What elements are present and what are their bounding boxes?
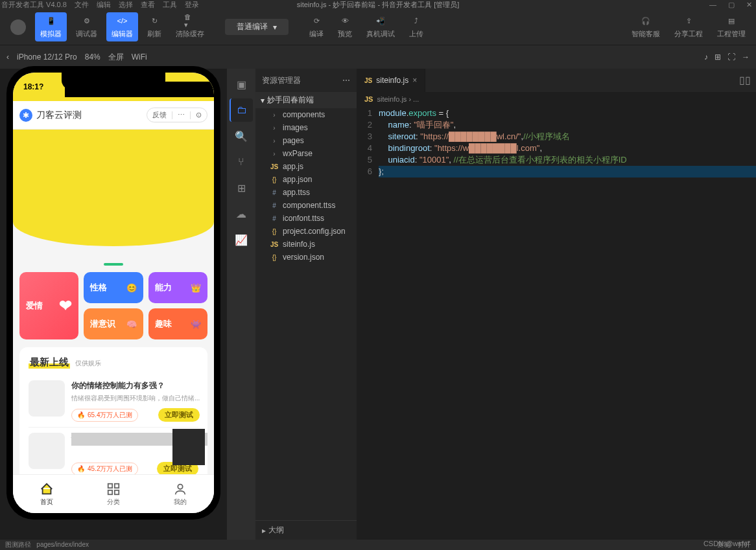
rail-search-icon[interactable]: 🔍	[230, 124, 253, 148]
activity-bar: ▣ 🗀 🔍 ⑂ ⊞ ☁ 📈	[227, 69, 255, 540]
menu-view[interactable]: 查看	[141, 0, 155, 10]
refresh-button[interactable]: ↻刷新	[142, 12, 167, 41]
close-capsule-icon[interactable]: ⊙	[196, 111, 202, 119]
folder-item[interactable]: ›wxParse	[255, 147, 357, 160]
svg-rect-3	[115, 490, 119, 494]
fullscreen-button[interactable]: 全屏	[108, 52, 124, 63]
file-item[interactable]: JSsiteinfo.js	[255, 238, 357, 251]
outline-section[interactable]: ▸ 大纲	[255, 520, 357, 540]
menu-file[interactable]: 文件	[75, 0, 89, 10]
category-subconscious[interactable]: 潜意识🧠	[84, 308, 143, 339]
svg-rect-0	[108, 483, 112, 487]
close-icon[interactable]: ✕	[746, 1, 752, 9]
editor-tab[interactable]: JS siteinfo.js ×	[357, 69, 425, 92]
file-item[interactable]: #app.ttss	[255, 186, 357, 199]
category-fun[interactable]: 趣味👾	[148, 308, 207, 339]
share-button[interactable]: ⇪分享工程	[669, 12, 708, 41]
menu-edit[interactable]: 编辑	[97, 0, 111, 10]
test-button[interactable]: 立即测试	[158, 408, 200, 422]
manage-button[interactable]: ▤工程管理	[712, 12, 751, 41]
titlebar: 音开发者工具 V4.0.8 文件 编辑 选择 查看 工具 登录 siteinfo…	[0, 0, 756, 9]
category-personality[interactable]: 性格😊	[84, 272, 143, 303]
category-ability[interactable]: 能力👑	[148, 272, 207, 303]
avatar[interactable]	[5, 17, 31, 38]
explorer-title: 资源管理器	[262, 75, 301, 86]
menu-tool[interactable]: 工具	[163, 0, 177, 10]
app-icon: ✱	[19, 109, 32, 122]
real-button[interactable]: 📲真机调试	[361, 12, 400, 41]
upload-button[interactable]: ⤴上传	[404, 12, 429, 41]
project-root[interactable]: ▾ 妙手回春前端	[255, 92, 357, 108]
zoom-select[interactable]: 84%	[85, 52, 100, 62]
menu-select[interactable]: 选择	[119, 0, 133, 10]
rail-files-icon[interactable]: 🗀	[230, 98, 253, 122]
svg-point-4	[178, 484, 183, 488]
preview-button[interactable]: 👁预览	[333, 12, 357, 41]
grid-icon[interactable]: ⊞	[715, 52, 721, 62]
arrow-icon[interactable]: →	[742, 52, 750, 62]
status-path: 图测路径 pages/index/index	[5, 540, 89, 549]
phone-tabbar: 首页 分类 我的	[13, 474, 214, 513]
breadcrumb[interactable]: JS siteinfo.js › ...	[357, 92, 756, 106]
more-icon[interactable]: ⋯	[342, 76, 350, 85]
simulator-bar: ‹ iPhone 12/12 Pro 84% 全屏 WiFi ♪ ⊞ ⛶ →	[0, 45, 756, 69]
phone-time: 18:1?	[23, 82, 43, 91]
capsule-button[interactable]: 反馈 ⋯ ⊙	[147, 108, 207, 122]
device-select[interactable]: iPhone 12/12 Pro	[17, 52, 77, 62]
thumbnail	[29, 433, 65, 469]
file-item[interactable]: #iconfont.ttss	[255, 212, 357, 225]
fire-tag: 🔥 45.2万万人已测	[71, 463, 138, 476]
music-icon[interactable]: ♪	[704, 52, 708, 62]
watermark: CSDN @wsfef	[703, 540, 750, 547]
tab-home[interactable]: 首页	[13, 475, 80, 513]
editor-button[interactable]: </>编辑器	[106, 12, 138, 41]
minimize-icon[interactable]: —	[709, 1, 716, 9]
app-name: 音开发者工具 V4.0.8	[1, 0, 67, 10]
app-title: 刀客云评测	[36, 109, 143, 121]
code-area[interactable]: 123456 module.exports = { name: "喵手回春", …	[357, 106, 756, 540]
rail-source-icon[interactable]: ⑂	[230, 150, 253, 174]
rail-extensions-icon[interactable]: ⊞	[230, 176, 253, 200]
simulator-button[interactable]: 📱模拟器	[35, 12, 67, 41]
list-item[interactable]: 你 🔥 45.2万万人已测 立即测试	[29, 428, 198, 481]
menu-icon[interactable]: ⋯	[178, 111, 185, 119]
menu-login[interactable]: 登录	[185, 0, 199, 10]
compile-mode-select[interactable]: 普通编译▾	[225, 19, 289, 35]
folder-item[interactable]: ›images	[255, 121, 357, 134]
clear-cache-button[interactable]: 🗑 ▾清除缓存	[171, 12, 209, 41]
simulator-pane: 18:1? ✱ 刀客云评测 反馈 ⋯ ⊙	[0, 69, 227, 540]
rail-stats-icon[interactable]: 📈	[230, 228, 253, 251]
maximize-icon[interactable]: ▢	[728, 1, 735, 9]
folder-item[interactable]: ›components	[255, 108, 357, 121]
editor-pane: JS siteinfo.js × ▯▯ JS siteinfo.js › ...…	[357, 69, 756, 540]
explorer: 资源管理器 ⋯ ▾ 妙手回春前端 ›components›images›page…	[255, 69, 357, 540]
phone-notch	[62, 73, 165, 89]
file-item[interactable]: #component.ttss	[255, 199, 357, 212]
rail-home-icon[interactable]: ▣	[230, 73, 253, 96]
toolbar: 📱模拟器 ⚙调试器 </>编辑器 ↻刷新 🗑 ▾清除缓存 普通编译▾ ⟳编译 👁…	[0, 9, 756, 45]
tab-category[interactable]: 分类	[80, 475, 147, 513]
section-title: 最新上线	[29, 356, 70, 369]
phone-frame: 18:1? ✱ 刀客云评测 反馈 ⋯ ⊙	[6, 66, 220, 520]
fire-tag: 🔥 65.4万万人已测	[71, 409, 138, 422]
tab-mine[interactable]: 我的	[147, 475, 214, 513]
network-select[interactable]: WiFi	[132, 52, 147, 62]
category-love[interactable]: 爱情❤	[19, 272, 78, 339]
phone-header: ✱ 刀客云评测 反馈 ⋯ ⊙	[13, 101, 214, 130]
rail-cloud-icon[interactable]: ☁	[230, 202, 253, 225]
list-item[interactable]: 你的情绪控制能力有多强？ 情绪很容易受到周围环境影响，做自己情绪... 🔥 65…	[29, 375, 198, 428]
svg-rect-1	[115, 483, 119, 487]
split-icon[interactable]: ▯▯	[734, 69, 756, 92]
file-item[interactable]: {}app.json	[255, 173, 357, 186]
window-title: siteinfo.js - 妙手回春前端 - 抖音开发者工具 [管理员]	[297, 0, 460, 10]
ai-button[interactable]: 🎧智能客服	[626, 12, 665, 41]
scan-icon[interactable]: ⛶	[727, 52, 735, 62]
file-item[interactable]: {}project.config.json	[255, 225, 357, 238]
back-icon[interactable]: ‹	[6, 52, 9, 62]
file-item[interactable]: JSapp.js	[255, 160, 357, 173]
build-button[interactable]: ⟳编译	[304, 12, 329, 41]
debugger-button[interactable]: ⚙调试器	[71, 12, 102, 41]
folder-item[interactable]: ›pages	[255, 134, 357, 147]
close-tab-icon[interactable]: ×	[412, 76, 417, 85]
file-item[interactable]: {}version.json	[255, 251, 357, 264]
